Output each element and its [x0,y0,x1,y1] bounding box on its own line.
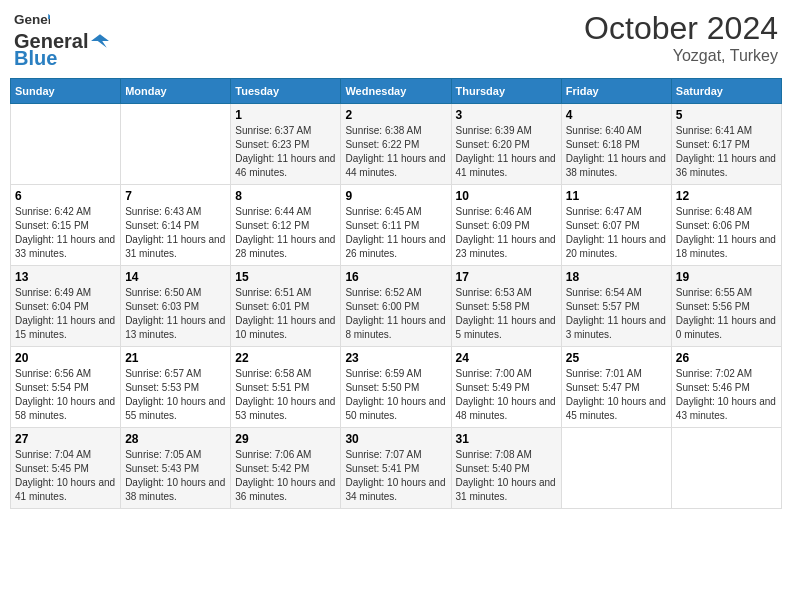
day-info: Sunrise: 6:38 AMSunset: 6:22 PMDaylight:… [345,124,446,180]
day-info: Sunrise: 6:44 AMSunset: 6:12 PMDaylight:… [235,205,336,261]
calendar-cell: 20Sunrise: 6:56 AMSunset: 5:54 PMDayligh… [11,347,121,428]
day-number: 21 [125,351,226,365]
day-number: 19 [676,270,777,284]
day-number: 1 [235,108,336,122]
calendar-cell: 25Sunrise: 7:01 AMSunset: 5:47 PMDayligh… [561,347,671,428]
svg-text:General: General [14,12,50,27]
day-number: 18 [566,270,667,284]
calendar-cell: 17Sunrise: 6:53 AMSunset: 5:58 PMDayligh… [451,266,561,347]
calendar-week-row: 27Sunrise: 7:04 AMSunset: 5:45 PMDayligh… [11,428,782,509]
calendar-cell [671,428,781,509]
day-number: 5 [676,108,777,122]
calendar-cell [561,428,671,509]
day-info: Sunrise: 6:54 AMSunset: 5:57 PMDaylight:… [566,286,667,342]
day-number: 2 [345,108,446,122]
day-info: Sunrise: 7:00 AMSunset: 5:49 PMDaylight:… [456,367,557,423]
calendar-cell: 13Sunrise: 6:49 AMSunset: 6:04 PMDayligh… [11,266,121,347]
day-info: Sunrise: 6:42 AMSunset: 6:15 PMDaylight:… [15,205,116,261]
calendar-table: SundayMondayTuesdayWednesdayThursdayFrid… [10,78,782,509]
day-number: 29 [235,432,336,446]
day-number: 23 [345,351,446,365]
month-title: October 2024 [584,10,778,47]
calendar-cell: 6Sunrise: 6:42 AMSunset: 6:15 PMDaylight… [11,185,121,266]
day-number: 12 [676,189,777,203]
day-info: Sunrise: 6:53 AMSunset: 5:58 PMDaylight:… [456,286,557,342]
day-number: 13 [15,270,116,284]
day-info: Sunrise: 6:58 AMSunset: 5:51 PMDaylight:… [235,367,336,423]
day-number: 24 [456,351,557,365]
day-info: Sunrise: 6:55 AMSunset: 5:56 PMDaylight:… [676,286,777,342]
calendar-cell: 11Sunrise: 6:47 AMSunset: 6:07 PMDayligh… [561,185,671,266]
day-number: 22 [235,351,336,365]
day-info: Sunrise: 6:40 AMSunset: 6:18 PMDaylight:… [566,124,667,180]
calendar-cell: 2Sunrise: 6:38 AMSunset: 6:22 PMDaylight… [341,104,451,185]
calendar-week-row: 1Sunrise: 6:37 AMSunset: 6:23 PMDaylight… [11,104,782,185]
day-number: 3 [456,108,557,122]
day-info: Sunrise: 6:49 AMSunset: 6:04 PMDaylight:… [15,286,116,342]
calendar-cell: 16Sunrise: 6:52 AMSunset: 6:00 PMDayligh… [341,266,451,347]
page-header: General General Blue October 2024 Yozgat… [10,10,782,70]
day-of-week-header: Sunday [11,79,121,104]
calendar-cell: 1Sunrise: 6:37 AMSunset: 6:23 PMDaylight… [231,104,341,185]
day-number: 17 [456,270,557,284]
day-number: 31 [456,432,557,446]
day-number: 7 [125,189,226,203]
calendar-week-row: 13Sunrise: 6:49 AMSunset: 6:04 PMDayligh… [11,266,782,347]
day-of-week-header: Friday [561,79,671,104]
day-number: 15 [235,270,336,284]
day-info: Sunrise: 7:06 AMSunset: 5:42 PMDaylight:… [235,448,336,504]
calendar-cell: 8Sunrise: 6:44 AMSunset: 6:12 PMDaylight… [231,185,341,266]
calendar-cell: 29Sunrise: 7:06 AMSunset: 5:42 PMDayligh… [231,428,341,509]
day-info: Sunrise: 6:51 AMSunset: 6:01 PMDaylight:… [235,286,336,342]
day-number: 28 [125,432,226,446]
day-info: Sunrise: 6:59 AMSunset: 5:50 PMDaylight:… [345,367,446,423]
day-number: 8 [235,189,336,203]
calendar-cell: 3Sunrise: 6:39 AMSunset: 6:20 PMDaylight… [451,104,561,185]
day-info: Sunrise: 7:02 AMSunset: 5:46 PMDaylight:… [676,367,777,423]
calendar-cell: 27Sunrise: 7:04 AMSunset: 5:45 PMDayligh… [11,428,121,509]
calendar-cell: 10Sunrise: 6:46 AMSunset: 6:09 PMDayligh… [451,185,561,266]
day-info: Sunrise: 7:04 AMSunset: 5:45 PMDaylight:… [15,448,116,504]
calendar-cell: 5Sunrise: 6:41 AMSunset: 6:17 PMDaylight… [671,104,781,185]
calendar-cell: 21Sunrise: 6:57 AMSunset: 5:53 PMDayligh… [121,347,231,428]
day-info: Sunrise: 6:56 AMSunset: 5:54 PMDaylight:… [15,367,116,423]
calendar-cell: 26Sunrise: 7:02 AMSunset: 5:46 PMDayligh… [671,347,781,428]
calendar-cell: 31Sunrise: 7:08 AMSunset: 5:40 PMDayligh… [451,428,561,509]
day-info: Sunrise: 6:41 AMSunset: 6:17 PMDaylight:… [676,124,777,180]
day-info: Sunrise: 7:08 AMSunset: 5:40 PMDaylight:… [456,448,557,504]
day-number: 14 [125,270,226,284]
day-number: 27 [15,432,116,446]
day-info: Sunrise: 6:52 AMSunset: 6:00 PMDaylight:… [345,286,446,342]
day-info: Sunrise: 7:07 AMSunset: 5:41 PMDaylight:… [345,448,446,504]
calendar-cell: 7Sunrise: 6:43 AMSunset: 6:14 PMDaylight… [121,185,231,266]
day-number: 10 [456,189,557,203]
calendar-cell: 24Sunrise: 7:00 AMSunset: 5:49 PMDayligh… [451,347,561,428]
day-number: 6 [15,189,116,203]
day-of-week-header: Wednesday [341,79,451,104]
day-info: Sunrise: 6:48 AMSunset: 6:06 PMDaylight:… [676,205,777,261]
calendar-cell: 22Sunrise: 6:58 AMSunset: 5:51 PMDayligh… [231,347,341,428]
calendar-cell: 12Sunrise: 6:48 AMSunset: 6:06 PMDayligh… [671,185,781,266]
location: Yozgat, Turkey [584,47,778,65]
day-info: Sunrise: 6:39 AMSunset: 6:20 PMDaylight:… [456,124,557,180]
day-of-week-header: Thursday [451,79,561,104]
day-info: Sunrise: 6:57 AMSunset: 5:53 PMDaylight:… [125,367,226,423]
calendar-cell: 14Sunrise: 6:50 AMSunset: 6:03 PMDayligh… [121,266,231,347]
day-info: Sunrise: 6:50 AMSunset: 6:03 PMDaylight:… [125,286,226,342]
calendar-header-row: SundayMondayTuesdayWednesdayThursdayFrid… [11,79,782,104]
day-info: Sunrise: 7:01 AMSunset: 5:47 PMDaylight:… [566,367,667,423]
day-number: 30 [345,432,446,446]
calendar-cell: 9Sunrise: 6:45 AMSunset: 6:11 PMDaylight… [341,185,451,266]
day-of-week-header: Tuesday [231,79,341,104]
logo-bird-icon [91,32,109,50]
calendar-cell [121,104,231,185]
svg-marker-2 [91,34,109,48]
logo: General General Blue [14,10,109,70]
logo-icon: General [14,10,50,30]
calendar-cell: 28Sunrise: 7:05 AMSunset: 5:43 PMDayligh… [121,428,231,509]
day-number: 11 [566,189,667,203]
day-number: 25 [566,351,667,365]
day-info: Sunrise: 7:05 AMSunset: 5:43 PMDaylight:… [125,448,226,504]
day-number: 4 [566,108,667,122]
day-number: 16 [345,270,446,284]
